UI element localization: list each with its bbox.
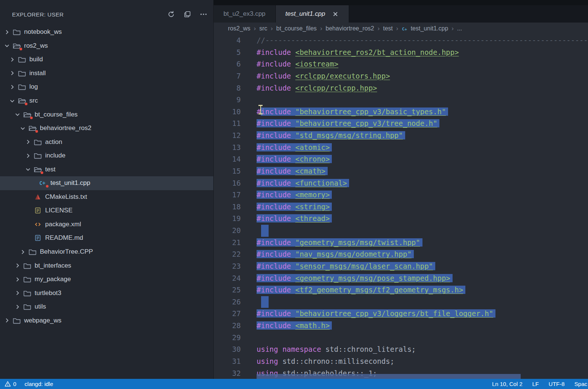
line-number[interactable]: 5 bbox=[214, 47, 241, 59]
code-editor[interactable]: 4//-------------------------------------… bbox=[214, 35, 588, 379]
code-line[interactable]: 4//-------------------------------------… bbox=[214, 35, 588, 47]
line-number[interactable]: 21 bbox=[214, 237, 241, 249]
lsp-status[interactable]: clangd: idle bbox=[24, 381, 53, 387]
breadcrumb-item-ellipsis[interactable]: ... bbox=[457, 25, 462, 32]
more-actions-icon[interactable] bbox=[200, 11, 207, 18]
line-number[interactable]: 10 bbox=[214, 106, 241, 118]
line-number[interactable]: 29 bbox=[214, 332, 241, 344]
tree-item-package-xml[interactable]: package.xml bbox=[0, 218, 213, 232]
chevron-right-icon[interactable] bbox=[14, 276, 21, 283]
code-line[interactable]: 18#include <string> bbox=[214, 201, 588, 213]
code-line[interactable]: 26 bbox=[214, 296, 588, 308]
chevron-right-icon[interactable] bbox=[14, 304, 21, 310]
code-line[interactable]: 9 bbox=[214, 94, 588, 106]
code-line[interactable]: 30using namespace std::chrono_literals; bbox=[214, 344, 588, 356]
code-line[interactable]: 31using std::chrono::milliseconds; bbox=[214, 356, 588, 368]
code-line[interactable]: 15#include <cmath> bbox=[214, 165, 588, 177]
cursor-position[interactable]: Ln 10, Col 2 bbox=[492, 381, 523, 387]
code-line[interactable]: 5#include <behaviortree_ros2/bt_action_n… bbox=[214, 47, 588, 59]
code-line[interactable]: 13#include <atomic> bbox=[214, 142, 588, 154]
code-line[interactable]: 10#include "behaviortree_cpp_v3/basic_ty… bbox=[214, 106, 588, 118]
tree-item-cmakelists-txt[interactable]: CMakeLists.txt bbox=[0, 190, 213, 204]
tree-item-webpage-ws[interactable]: webpage_ws bbox=[0, 313, 213, 327]
chevron-right-icon[interactable] bbox=[4, 29, 10, 35]
code-line[interactable]: 25#include <tf2_geometry_msgs/tf2_geomet… bbox=[214, 284, 588, 296]
line-number[interactable]: 18 bbox=[214, 201, 241, 213]
line-number[interactable]: 31 bbox=[214, 356, 241, 368]
encoding-indicator[interactable]: UTF-8 bbox=[548, 381, 565, 387]
tree-item-utils[interactable]: utils bbox=[0, 300, 213, 314]
tree-item-behaviortree-ros2[interactable]: behaviortree_ros2 bbox=[0, 121, 213, 135]
tree-item-include[interactable]: include bbox=[0, 149, 213, 163]
tree-item-license[interactable]: LICENSE bbox=[0, 204, 213, 218]
line-number[interactable]: 23 bbox=[214, 260, 241, 272]
line-number[interactable]: 16 bbox=[214, 177, 241, 189]
chevron-right-icon[interactable] bbox=[25, 139, 31, 145]
chevron-right-icon[interactable] bbox=[14, 290, 21, 296]
tree-item-install[interactable]: install bbox=[0, 67, 213, 80]
code-line[interactable]: 28#include <math.h> bbox=[214, 320, 588, 332]
breadcrumb-item-behaviortree-ros2[interactable]: behaviortree_ros2 bbox=[326, 25, 374, 32]
chevron-down-icon[interactable] bbox=[14, 111, 21, 118]
line-number[interactable]: 22 bbox=[214, 248, 241, 260]
tab-test-unit1-cpp[interactable]: test_unit1.cpp bbox=[276, 5, 349, 23]
problems-indicator[interactable]: 0 bbox=[5, 381, 16, 387]
tree-item-log[interactable]: log bbox=[0, 80, 213, 94]
line-number[interactable]: 32 bbox=[214, 368, 241, 379]
line-number[interactable]: 6 bbox=[214, 58, 241, 70]
line-number[interactable]: 27 bbox=[214, 308, 241, 320]
line-number[interactable]: 8 bbox=[214, 82, 241, 94]
line-number[interactable]: 4 bbox=[214, 35, 241, 47]
code-line[interactable]: 21#include "geometry_msgs/msg/twist.hpp" bbox=[214, 237, 588, 249]
tree-item-src[interactable]: src bbox=[0, 94, 213, 108]
line-number[interactable]: 11 bbox=[214, 118, 241, 130]
tree-item-test-unit1-cpp[interactable]: C+test_unit1.cpp bbox=[0, 176, 213, 190]
code-line[interactable]: 16#include <functional> bbox=[214, 177, 588, 189]
line-number[interactable]: 14 bbox=[214, 153, 241, 165]
code-line[interactable]: 29 bbox=[214, 332, 588, 344]
tree-item-my-package[interactable]: my_package bbox=[0, 272, 213, 286]
tree-item-test[interactable]: test bbox=[0, 162, 213, 176]
code-line[interactable]: 6#include <iostream> bbox=[214, 58, 588, 70]
breadcrumb-item-bt-course-files[interactable]: bt_course_files bbox=[276, 25, 317, 32]
code-line[interactable]: 19#include <thread> bbox=[214, 213, 588, 225]
chevron-right-icon[interactable] bbox=[20, 249, 26, 255]
line-number[interactable]: 24 bbox=[214, 272, 241, 285]
line-number[interactable]: 13 bbox=[214, 142, 241, 154]
line-number[interactable]: 9 bbox=[214, 94, 241, 106]
open-editors-icon[interactable] bbox=[184, 11, 191, 18]
tab-bt-u2-ex3-cpp[interactable]: bt_u2_ex3.cpp bbox=[214, 5, 276, 23]
tree-item-notebook-ws[interactable]: notebook_ws bbox=[0, 25, 213, 39]
line-number[interactable]: 19 bbox=[214, 213, 241, 225]
line-number[interactable]: 15 bbox=[214, 165, 241, 177]
indent-indicator[interactable]: Spac bbox=[574, 381, 587, 387]
chevron-right-icon[interactable] bbox=[9, 70, 15, 76]
breadcrumb-item-src[interactable]: src bbox=[259, 25, 267, 32]
tree-item-turtlebot3[interactable]: turtlebot3 bbox=[0, 286, 213, 300]
code-line[interactable]: 22#include "nav_msgs/msg/odometry.hpp" bbox=[214, 248, 588, 260]
chevron-right-icon[interactable] bbox=[4, 317, 10, 324]
code-line[interactable]: 24#include <geometry_msgs/msg/pose_stamp… bbox=[214, 272, 588, 285]
code-line[interactable]: 23#include "sensor_msgs/msg/laser_scan.h… bbox=[214, 260, 588, 272]
code-line[interactable]: 27#include "behaviortree_cpp_v3/loggers/… bbox=[214, 308, 588, 320]
horizontal-scrollbar[interactable] bbox=[257, 374, 521, 379]
chevron-right-icon[interactable] bbox=[9, 84, 15, 90]
refresh-icon[interactable] bbox=[167, 11, 175, 18]
tree-item-behaviortree-cpp[interactable]: BehaviorTree.CPP bbox=[0, 245, 213, 259]
breadcrumb-item-test-unit1-cpp[interactable]: C+test_unit1.cpp bbox=[402, 25, 448, 32]
tree-item-bt-course-files[interactable]: bt_course_files bbox=[0, 107, 213, 121]
code-line[interactable]: 20 bbox=[214, 225, 588, 237]
line-number[interactable]: 20 bbox=[214, 225, 241, 237]
code-line[interactable]: 14#include <chrono> bbox=[214, 153, 588, 165]
chevron-down-icon[interactable] bbox=[25, 166, 31, 173]
chevron-down-icon[interactable] bbox=[9, 98, 15, 104]
code-line[interactable]: 8#include <rclcpp/rclcpp.hpp> bbox=[214, 82, 588, 94]
tree-item-build[interactable]: build bbox=[0, 53, 213, 67]
code-line[interactable]: 17#include <memory> bbox=[214, 189, 588, 201]
chevron-down-icon[interactable] bbox=[4, 42, 10, 49]
chevron-right-icon[interactable] bbox=[14, 262, 21, 269]
tree-item-bt-interfaces[interactable]: bt_interfaces bbox=[0, 259, 213, 272]
breadcrumb-item-test[interactable]: test bbox=[383, 25, 393, 32]
breadcrumb-item-ros2-ws[interactable]: ros2_ws bbox=[228, 25, 251, 32]
chevron-down-icon[interactable] bbox=[20, 125, 26, 132]
